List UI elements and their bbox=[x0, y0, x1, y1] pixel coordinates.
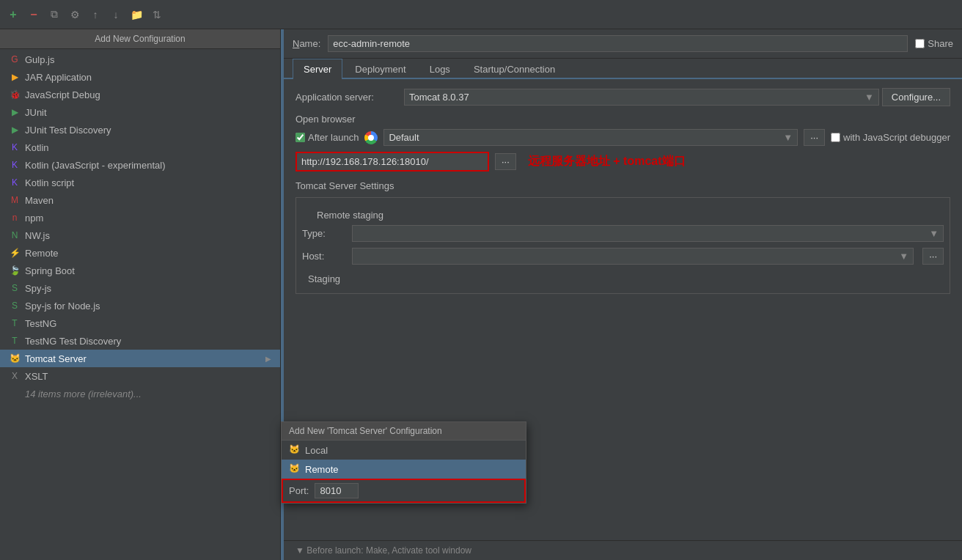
sidebar-item-label-js-debug: JavaScript Debug bbox=[25, 89, 100, 100]
move-up-button[interactable]: ↑ bbox=[88, 7, 103, 22]
sidebar-item-spy-js-node[interactable]: SSpy-js for Node.js bbox=[0, 297, 280, 314]
tomcat-config-popup: Add New 'Tomcat Server' Configuration 🐱 … bbox=[281, 421, 526, 504]
popup-item-remote[interactable]: 🐱 Remote bbox=[282, 460, 526, 479]
tab-server[interactable]: Server bbox=[293, 59, 342, 79]
sidebar-item-label-gulp: Gulp.js bbox=[25, 54, 54, 65]
sidebar-item-icon-remote: ⚡ bbox=[9, 247, 21, 259]
sidebar-item-kotlin-script[interactable]: KKotlin script bbox=[0, 174, 280, 191]
sidebar-item-icon-more bbox=[9, 388, 21, 399]
tab-logs[interactable]: Logs bbox=[419, 59, 461, 79]
browser-value: Default bbox=[389, 132, 419, 143]
sidebar-item-tomcat[interactable]: 🐱Tomcat Server▶ bbox=[0, 350, 280, 367]
remove-configuration-button[interactable]: − bbox=[26, 7, 41, 22]
add-configuration-button[interactable]: + bbox=[6, 7, 21, 22]
host-dropdown-arrow: ▼ bbox=[899, 251, 908, 262]
sidebar-item-junit[interactable]: ▶JUnit bbox=[0, 103, 280, 121]
sidebar-item-gulp[interactable]: GGulp.js bbox=[0, 51, 280, 68]
app-server-control: Tomcat 8.0.37 ▼ Configure... bbox=[404, 88, 950, 106]
tabs-bar: Server Deployment Logs Startup/Connectio… bbox=[284, 59, 962, 79]
port-input[interactable] bbox=[315, 483, 359, 498]
chrome-browser-icon bbox=[364, 131, 378, 144]
sidebar-item-label-kotlin-script: Kotlin script bbox=[25, 177, 74, 188]
popup-header: Add New 'Tomcat Server' Configuration bbox=[282, 422, 526, 441]
sidebar-item-label-remote: Remote bbox=[25, 248, 59, 259]
open-browser-title: Open browser bbox=[295, 114, 950, 125]
host-dropdown[interactable]: ▼ bbox=[352, 248, 914, 265]
js-debugger-checkbox-label[interactable]: with JavaScript debugger bbox=[831, 132, 950, 143]
sidebar-item-icon-jar: ▶ bbox=[9, 71, 21, 83]
sidebar-item-label-kotlin: Kotlin bbox=[25, 142, 49, 153]
sidebar-item-label-kotlin-js: Kotlin (JavaScript - experimental) bbox=[25, 160, 165, 171]
sidebar-item-testng-discovery[interactable]: TTestNG Test Discovery bbox=[0, 332, 280, 350]
tab-deployment[interactable]: Deployment bbox=[344, 59, 416, 79]
popup-local-label: Local bbox=[305, 445, 328, 456]
share-checkbox[interactable] bbox=[915, 39, 925, 48]
sidebar-item-label-testng: TestNG bbox=[25, 318, 56, 329]
sidebar-item-label-testng-discovery: TestNG Test Discovery bbox=[25, 336, 121, 347]
sidebar-item-testng[interactable]: TTestNG bbox=[0, 314, 280, 332]
copy-configuration-button[interactable]: ⧉ bbox=[47, 7, 62, 22]
local-tomcat-icon: 🐱 bbox=[289, 444, 301, 456]
configuration-name-input[interactable] bbox=[328, 35, 908, 52]
sidebar-item-label-nw: NW.js bbox=[25, 230, 50, 241]
sidebar-item-more[interactable]: 14 items more (irrelevant)... bbox=[0, 385, 280, 402]
type-row: Type: ▼ bbox=[302, 225, 944, 242]
sidebar-item-label-more: 14 items more (irrelevant)... bbox=[25, 388, 142, 399]
sidebar-item-icon-maven: M bbox=[9, 194, 21, 206]
js-debugger-checkbox[interactable] bbox=[831, 133, 840, 142]
sort-button[interactable]: ⇅ bbox=[150, 7, 164, 22]
browser-more-button[interactable]: ··· bbox=[804, 129, 825, 146]
type-dropdown-arrow: ▼ bbox=[929, 228, 939, 239]
browser-dropdown[interactable]: Default ▼ bbox=[383, 129, 798, 146]
sidebar-item-xslt[interactable]: XXSLT bbox=[0, 367, 280, 385]
sidebar-item-icon-kotlin-script: K bbox=[9, 177, 21, 188]
tab-startup-connection[interactable]: Startup/Connection bbox=[463, 59, 566, 79]
js-debugger-label: with JavaScript debugger bbox=[843, 132, 950, 143]
sidebar-item-spy-js[interactable]: SSpy-js bbox=[0, 279, 280, 297]
sidebar-item-spring-boot[interactable]: 🍃Spring Boot bbox=[0, 262, 280, 279]
app-server-dropdown-arrow: ▼ bbox=[864, 92, 874, 103]
move-down-button[interactable]: ↓ bbox=[109, 7, 123, 22]
sidebar-item-icon-junit: ▶ bbox=[9, 106, 21, 118]
after-launch-checkbox[interactable] bbox=[295, 133, 305, 142]
url-more-button[interactable]: ··· bbox=[495, 153, 516, 170]
remote-tomcat-icon: 🐱 bbox=[289, 463, 301, 475]
sidebar-item-icon-gulp: G bbox=[9, 54, 21, 65]
name-row: Name: Share bbox=[284, 29, 962, 59]
settings-button[interactable]: ⚙ bbox=[67, 7, 82, 22]
folder-button[interactable]: 📁 bbox=[129, 7, 144, 22]
share-checkbox-wrapper: Share bbox=[915, 38, 953, 49]
sidebar-item-icon-testng-discovery: T bbox=[9, 335, 21, 347]
sidebar-header: Add New Configuration bbox=[0, 29, 280, 49]
sidebar-item-nw[interactable]: NNW.js bbox=[0, 226, 280, 244]
after-launch-checkbox-label[interactable]: After launch bbox=[295, 132, 359, 143]
type-label: Type: bbox=[302, 228, 346, 239]
type-dropdown[interactable]: ▼ bbox=[352, 225, 944, 242]
sidebar-item-kotlin-js[interactable]: KKotlin (JavaScript - experimental) bbox=[0, 156, 280, 174]
remote-staging-title: Remote staging bbox=[317, 210, 944, 221]
sidebar: Add New Configuration GGulp.js▶JAR Appli… bbox=[0, 29, 281, 560]
name-label: Name: bbox=[293, 38, 320, 49]
url-input[interactable] bbox=[297, 153, 488, 170]
sidebar-item-icon-npm: n bbox=[9, 212, 21, 224]
sidebar-item-kotlin[interactable]: KKotlin bbox=[0, 139, 280, 156]
staging-label: Staging bbox=[302, 270, 944, 287]
sidebar-item-label-tomcat: Tomcat Server bbox=[25, 353, 87, 364]
port-label: Port: bbox=[289, 485, 309, 496]
sidebar-item-junit-discovery[interactable]: ▶JUnit Test Discovery bbox=[0, 121, 280, 139]
url-annotation: 远程服务器地址 + tomcat端口 bbox=[528, 154, 686, 169]
sidebar-item-remote[interactable]: ⚡Remote bbox=[0, 244, 280, 262]
host-more-button[interactable]: ··· bbox=[922, 248, 944, 265]
sidebar-item-npm[interactable]: nnpm bbox=[0, 209, 280, 226]
sidebar-item-icon-spy-js-node: S bbox=[9, 300, 21, 312]
sidebar-item-icon-junit-discovery: ▶ bbox=[9, 124, 21, 136]
sidebar-item-js-debug[interactable]: 🐞JavaScript Debug bbox=[0, 86, 280, 103]
application-server-dropdown[interactable]: Tomcat 8.0.37 ▼ bbox=[404, 89, 879, 106]
configure-button[interactable]: Configure... bbox=[882, 88, 950, 106]
popup-item-local[interactable]: 🐱 Local bbox=[282, 441, 526, 460]
sidebar-item-icon-spy-js: S bbox=[9, 282, 21, 294]
tomcat-settings-title: Tomcat Server Settings bbox=[295, 180, 950, 191]
sidebar-item-maven[interactable]: MMaven bbox=[0, 191, 280, 209]
url-input-wrapper bbox=[295, 152, 489, 172]
sidebar-item-jar[interactable]: ▶JAR Application bbox=[0, 68, 280, 86]
